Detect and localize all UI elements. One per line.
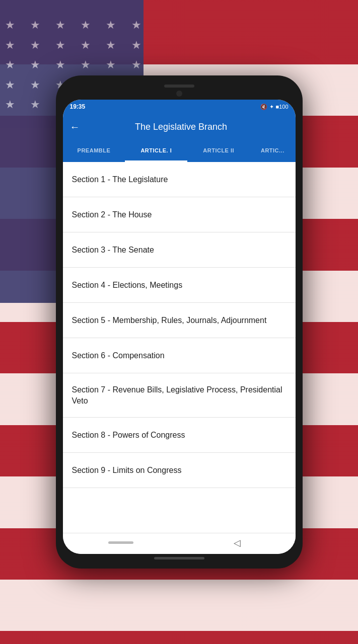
section-9-label: Section 9 - Limits on Congress bbox=[72, 465, 182, 476]
tab-bar: PREAMBLE ARTICLE. I ARTICLE II ARTIC... bbox=[63, 140, 296, 162]
nav-bar: ◁ bbox=[63, 533, 296, 554]
section-3-label: Section 3 - The Senate bbox=[72, 245, 154, 256]
bluetooth-icon: ✦ bbox=[269, 104, 274, 110]
section-6-label: Section 6 - Compensation bbox=[72, 350, 165, 361]
mute-icon: 🔇 bbox=[260, 104, 267, 110]
speaker-grille bbox=[164, 85, 194, 88]
nav-home-button[interactable] bbox=[108, 535, 133, 550]
list-item[interactable]: Section 5 - Membership, Rules, Journals,… bbox=[63, 303, 296, 338]
list-item[interactable]: Section 3 - The Senate bbox=[63, 232, 296, 268]
section-1-label: Section 1 - The Legislature bbox=[72, 174, 168, 185]
status-time: 19:35 bbox=[70, 103, 86, 110]
list-item[interactable]: Section 4 - Elections, Meetings bbox=[63, 268, 296, 303]
list-item[interactable]: Section 6 - Compensation bbox=[63, 338, 296, 373]
sections-list: Section 1 - The Legislature Section 2 - … bbox=[63, 162, 296, 533]
home-indicator bbox=[108, 541, 133, 544]
nav-back-icon: ◁ bbox=[234, 537, 241, 548]
list-item[interactable]: Section 8 - Powers of Congress bbox=[63, 418, 296, 453]
section-8-label: Section 8 - Powers of Congress bbox=[72, 430, 185, 441]
tab-article1[interactable]: ARTICLE. I bbox=[125, 140, 187, 162]
list-item[interactable]: Section 1 - The Legislature bbox=[63, 162, 296, 197]
phone-top-bar bbox=[63, 85, 296, 88]
list-item[interactable]: Section 2 - The House bbox=[63, 197, 296, 232]
section-4-label: Section 4 - Elections, Meetings bbox=[72, 280, 183, 291]
tab-preamble[interactable]: PREAMBLE bbox=[63, 140, 125, 162]
phone-device: 19:35 🔇 ✦ ■100 ← The Legislative Branch … bbox=[56, 75, 303, 569]
section-2-label: Section 2 - The House bbox=[72, 209, 152, 220]
section-7-label: Section 7 - Revenue Bills, Legislative P… bbox=[72, 384, 287, 406]
phone-screen: 19:35 🔇 ✦ ■100 ← The Legislative Branch … bbox=[63, 100, 296, 554]
section-5-label: Section 5 - Membership, Rules, Journals,… bbox=[72, 315, 267, 326]
front-camera bbox=[176, 91, 182, 97]
status-icons: 🔇 ✦ ■100 bbox=[260, 104, 289, 110]
nav-back-button[interactable]: ◁ bbox=[225, 535, 250, 550]
tab-article2[interactable]: ARTICLE II bbox=[187, 140, 250, 162]
home-bar-indicator bbox=[154, 557, 204, 559]
phone-body: 19:35 🔇 ✦ ■100 ← The Legislative Branch … bbox=[56, 75, 303, 569]
back-button[interactable]: ← bbox=[70, 121, 80, 133]
battery-indicator: ■100 bbox=[276, 104, 289, 110]
tab-article3[interactable]: ARTIC... bbox=[250, 140, 295, 162]
app-bar: ← The Legislative Branch bbox=[63, 114, 296, 140]
list-item[interactable]: Section 7 - Revenue Bills, Legislative P… bbox=[63, 373, 296, 418]
app-title: The Legislative Branch bbox=[87, 122, 289, 132]
list-item[interactable]: Section 9 - Limits on Congress bbox=[63, 453, 296, 488]
phone-bottom-bar bbox=[63, 557, 296, 559]
status-bar: 19:35 🔇 ✦ ■100 bbox=[63, 100, 296, 114]
